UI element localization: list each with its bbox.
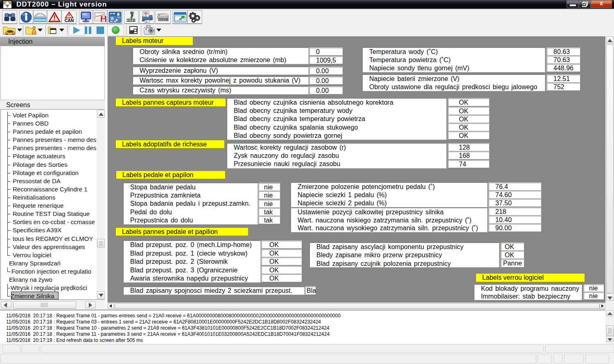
svg-text:016: 016 xyxy=(144,12,148,14)
svg-text:CAN: CAN xyxy=(64,18,74,23)
